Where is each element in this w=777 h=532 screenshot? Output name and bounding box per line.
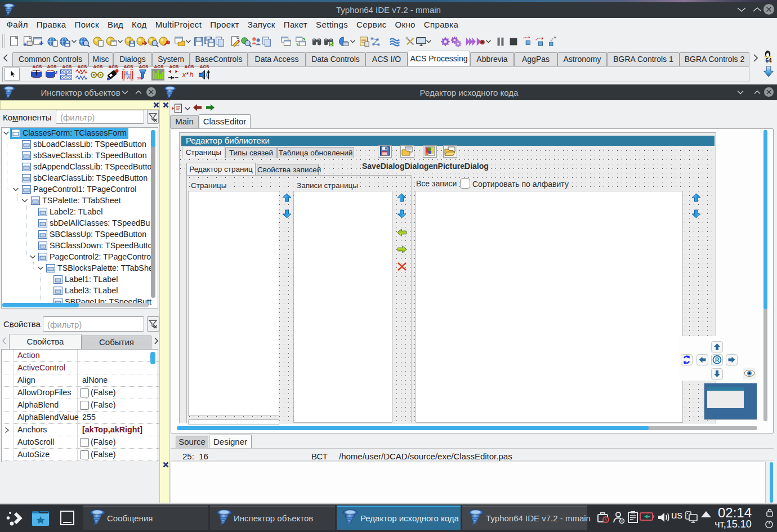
svg-text:sin: sin bbox=[137, 76, 142, 80]
svg-text:h: h bbox=[190, 70, 194, 79]
svg-text:B: B bbox=[329, 42, 333, 47]
svg-text:R: R bbox=[715, 357, 720, 363]
svg-text:*: * bbox=[186, 71, 189, 79]
svg-text:x: x bbox=[182, 70, 186, 79]
svg-text:B: B bbox=[126, 70, 128, 74]
svg-text:M: M bbox=[53, 70, 58, 75]
svg-text:W: W bbox=[127, 75, 131, 79]
